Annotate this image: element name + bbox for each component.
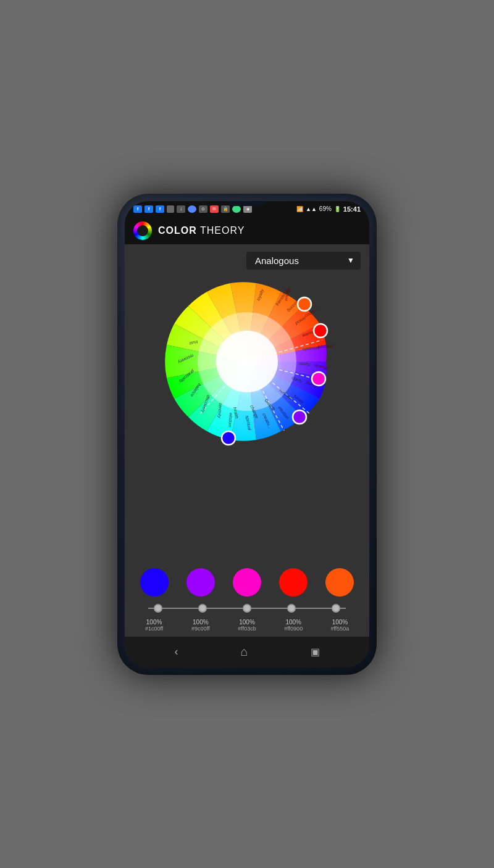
home-button[interactable]: ⌂ xyxy=(233,642,255,661)
android-icon xyxy=(232,205,241,213)
selector-blue[interactable] xyxy=(222,431,235,445)
nav-bar: ‹ ⌂ ▣ xyxy=(125,637,369,668)
signal-icon: ▲▲ xyxy=(306,206,317,212)
clock-time: 15:41 xyxy=(343,205,361,213)
color-pct-orange: 100% xyxy=(317,619,363,626)
app-title-bold: COLOR xyxy=(158,225,197,236)
color-wheel-container: friendship Success power warmth optimism… xyxy=(161,275,333,448)
dropdown-wrapper[interactable]: Analogous Complementary Triadic Split-Co… xyxy=(246,252,361,270)
app-title-light: THEORY xyxy=(197,225,245,236)
color-hex-red: #ff0900 xyxy=(270,626,317,632)
app-icon-1 xyxy=(188,205,196,213)
selector-purple[interactable] xyxy=(293,410,306,424)
app-logo xyxy=(133,221,152,240)
selector-magenta[interactable] xyxy=(312,372,325,386)
selector-red[interactable] xyxy=(314,324,327,337)
slider-thumb-red[interactable] xyxy=(287,604,296,613)
lock-icon: 🔒 xyxy=(221,205,230,213)
phone-notch xyxy=(228,201,266,206)
color-hex-orange: #ff550a xyxy=(317,626,363,632)
color-hex-purple: #9c00ff xyxy=(177,626,224,632)
app-logo-inner xyxy=(137,225,148,236)
color-pct-blue: 100% xyxy=(131,619,177,626)
color-circle-blue[interactable] xyxy=(140,568,169,597)
slider-dots xyxy=(136,604,358,613)
status-right: 📶 ▲▲ 69% 🔋 15:41 xyxy=(296,205,361,213)
color-label-magenta: 100% #ff03cb xyxy=(224,619,270,632)
slider-thumb-orange[interactable] xyxy=(332,604,340,613)
recent-button[interactable]: ▣ xyxy=(303,643,327,660)
back-button[interactable]: ‹ xyxy=(167,643,185,661)
color-hex-magenta: #ff03cb xyxy=(224,626,270,632)
clock-icon: ⊙ xyxy=(199,205,207,213)
slider-thumb-magenta[interactable] xyxy=(243,604,251,613)
color-pct-magenta: 100% xyxy=(224,619,270,626)
phone-screen: f f f ↓ ⊙ ✉ 🔒 ◈ 📶 ▲▲ 69% 🔋 15:41 xyxy=(125,201,369,668)
dropdown-container[interactable]: Analogous Complementary Triadic Split-Co… xyxy=(246,252,361,270)
color-circle-purple[interactable] xyxy=(186,568,215,597)
color-label-red: 100% #ff0900 xyxy=(270,619,317,632)
color-pct-purple: 100% xyxy=(177,619,224,626)
color-label-purple: 100% #9c00ff xyxy=(177,619,224,632)
sliders-row xyxy=(131,604,363,613)
color-circle-magenta[interactable] xyxy=(233,568,261,597)
app-content: Analogous Complementary Triadic Split-Co… xyxy=(125,244,369,637)
color-wheel-svg[interactable]: friendship Success power warmth optimism… xyxy=(161,275,333,448)
color-label-orange: 100% #ff550a xyxy=(317,619,363,632)
color-labels-row: 100% #1c00ff 100% #9c00ff 100% #ff03cb 1… xyxy=(131,619,363,632)
grid-icon xyxy=(167,205,174,213)
battery-icon: 🔋 xyxy=(334,206,341,212)
mail-icon: ✉ xyxy=(210,205,219,213)
facebook-icon-2: f xyxy=(144,205,153,213)
color-hex-blue: #1c00ff xyxy=(131,626,177,632)
slider-thumb-blue[interactable] xyxy=(154,604,162,613)
status-icons: f f f ↓ ⊙ ✉ 🔒 ◈ xyxy=(133,205,252,213)
app-icon-2: ◈ xyxy=(243,205,252,213)
color-circle-orange[interactable] xyxy=(325,568,354,597)
app-title: COLOR THEORY xyxy=(158,225,245,236)
palette-section: 100% #1c00ff 100% #9c00ff 100% #ff03cb 1… xyxy=(125,560,369,637)
battery-pct: 69% xyxy=(319,205,332,212)
color-circles-row xyxy=(131,568,363,597)
download-icon: ↓ xyxy=(177,205,185,213)
wifi-icon: 📶 xyxy=(296,206,303,212)
color-label-blue: 100% #1c00ff xyxy=(131,619,177,632)
facebook-icon-3: f xyxy=(156,205,164,213)
color-circle-red[interactable] xyxy=(279,568,308,597)
color-pct-red: 100% xyxy=(270,619,317,626)
app-header: COLOR THEORY xyxy=(125,217,369,244)
slider-thumb-purple[interactable] xyxy=(198,604,207,613)
selector-orange[interactable] xyxy=(298,297,311,311)
facebook-icon: f xyxy=(133,205,142,213)
harmony-dropdown[interactable]: Analogous Complementary Triadic Split-Co… xyxy=(246,252,361,270)
phone-frame: f f f ↓ ⊙ ✉ 🔒 ◈ 📶 ▲▲ 69% 🔋 15:41 xyxy=(117,194,377,675)
